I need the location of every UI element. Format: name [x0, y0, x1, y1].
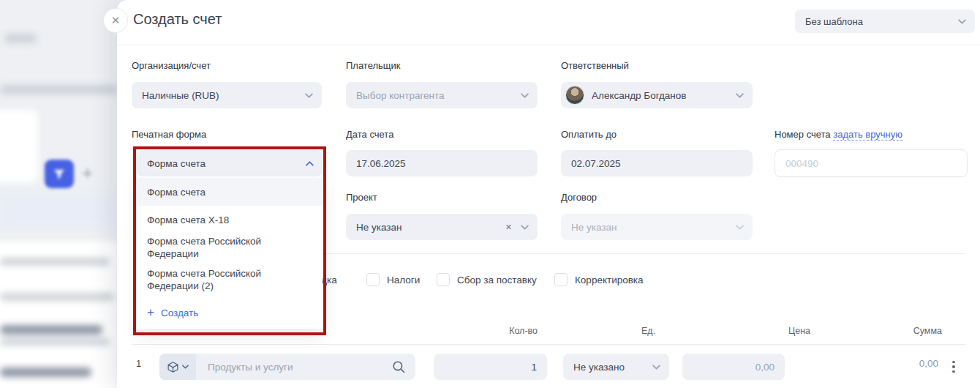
row-number: 1: [136, 358, 141, 369]
checkbox[interactable]: [366, 273, 380, 286]
checkbox-taxes[interactable]: Налоги: [366, 273, 420, 286]
template-select-value: Без шаблона: [805, 16, 958, 27]
pay-until-label: Оплатить до: [561, 129, 617, 140]
background-plus-icon: +: [82, 162, 93, 184]
print-form-dropdown: Форма счета Форма счета Х-18 Форма счета…: [137, 178, 323, 329]
sum-value: 0,00: [865, 358, 938, 369]
product-search-placeholder: Продукты и услуги: [196, 362, 392, 373]
chevron-down-icon: [958, 19, 966, 24]
invoice-date-input[interactable]: 17.06.2025: [346, 150, 538, 176]
background-blur-bar: [4, 34, 37, 43]
background-blur-card: [0, 110, 38, 183]
invoice-number-placeholder: 000490: [785, 158, 818, 169]
background-blur-bar: [0, 338, 110, 346]
create-invoice-modal: Создать счет Без шаблона Организация/сче…: [117, 0, 980, 388]
chevron-down-icon: [521, 93, 529, 98]
plus-icon: +: [147, 306, 154, 318]
chevron-down-icon: [736, 93, 744, 98]
checkbox-adjustment[interactable]: Корректировка: [554, 273, 644, 286]
unit-select[interactable]: Не указано: [563, 354, 669, 380]
dropdown-option[interactable]: Форма счета Х-18: [137, 206, 323, 234]
contract-placeholder: Не указан: [571, 222, 736, 233]
chevron-up-icon: [306, 161, 314, 166]
product-search-field[interactable]: Продукты и услуги: [159, 354, 415, 380]
column-header-qty: Кол-во: [464, 326, 538, 336]
quantity-input[interactable]: 1: [434, 354, 547, 380]
invoice-number-input[interactable]: 000490: [774, 149, 968, 177]
close-button[interactable]: ✕: [103, 8, 128, 33]
project-select[interactable]: Не указан ✕: [346, 214, 538, 240]
search-icon[interactable]: [392, 360, 406, 374]
chevron-down-icon: [521, 225, 529, 230]
checkbox-label: Сбор за поставку: [457, 275, 537, 286]
print-form-value: Форма счета: [147, 158, 306, 169]
background-blur-bar: [0, 368, 91, 377]
checkbox[interactable]: [437, 273, 450, 286]
column-header-price: Цена: [788, 326, 810, 336]
column-header-unit: Ед.: [641, 326, 655, 336]
responsible-select[interactable]: Александр Богданов: [561, 82, 753, 108]
invoice-number-label-text: Номер счета: [774, 129, 831, 140]
background-blur-bar: [0, 85, 118, 94]
background-filter-button: [45, 160, 74, 188]
dropdown-option[interactable]: Форма счета Российской Федерации: [137, 234, 323, 261]
project-value: Не указан: [356, 222, 505, 233]
checkbox-label: Корректировка: [575, 275, 644, 286]
create-form-button[interactable]: + Создать: [137, 299, 323, 329]
background-blur-bar: [0, 293, 114, 301]
avatar: [565, 86, 584, 105]
payer-select[interactable]: Выбор контрагента: [346, 82, 538, 108]
invoice-date-label: Дата счета: [346, 129, 393, 140]
chevron-down-icon: [182, 365, 189, 369]
organization-select[interactable]: Наличные (RUB): [132, 82, 322, 108]
dropdown-option[interactable]: Форма счета: [137, 178, 323, 206]
organization-value: Наличные (RUB): [142, 90, 305, 101]
responsible-value: Александр Богданов: [592, 90, 736, 101]
chevron-down-icon: [652, 365, 660, 370]
price-input[interactable]: 0,00: [682, 354, 785, 380]
pay-until-value: 02.07.2025: [571, 158, 744, 169]
invoice-number-label: Номер счета задать вручную: [774, 129, 902, 140]
background-blur-strip: [0, 193, 118, 228]
cube-icon: [167, 361, 179, 373]
payer-placeholder: Выбор контрагента: [356, 90, 521, 101]
clear-icon[interactable]: ✕: [505, 223, 512, 232]
product-type-select[interactable]: [159, 354, 196, 380]
create-form-label: Создать: [161, 307, 198, 318]
responsible-label: Ответственный: [561, 60, 629, 71]
table-divider: [132, 344, 965, 345]
header-divider: [117, 45, 980, 45]
chevron-down-icon: [736, 225, 744, 230]
checkbox-label: Налоги: [387, 275, 420, 286]
column-header-sum: Сумма: [869, 326, 942, 336]
contract-label: Договор: [561, 192, 597, 203]
price-value: 0,00: [755, 362, 774, 373]
chevron-down-icon: [305, 93, 313, 98]
quantity-value: 1: [531, 362, 537, 373]
print-form-label: Печатная форма: [132, 129, 206, 140]
print-form-select[interactable]: Форма счета: [137, 150, 323, 176]
checkbox-delivery-fee[interactable]: Сбор за поставку: [437, 273, 537, 286]
contract-select: Не указан: [561, 214, 753, 240]
set-manually-link[interactable]: задать вручную: [833, 129, 902, 141]
template-select[interactable]: Без шаблона: [795, 10, 975, 33]
pay-until-input[interactable]: 02.07.2025: [561, 150, 753, 176]
invoice-date-value: 17.06.2025: [356, 158, 529, 169]
dropdown-option[interactable]: Форма счета Российской Федерации (2): [137, 261, 323, 299]
page-title: Создать счет: [133, 11, 222, 28]
funnel-icon: [53, 169, 65, 179]
unit-value: Не указано: [573, 362, 652, 373]
checkbox[interactable]: [554, 273, 568, 286]
background-blur-bar: [0, 325, 102, 335]
row-menu-button[interactable]: [946, 354, 961, 380]
payer-label: Плательщик: [346, 60, 400, 71]
background-blur-bar: [0, 258, 110, 266]
organization-label: Организация/счет: [132, 60, 211, 71]
close-icon: ✕: [111, 14, 121, 27]
project-label: Проект: [346, 192, 377, 203]
